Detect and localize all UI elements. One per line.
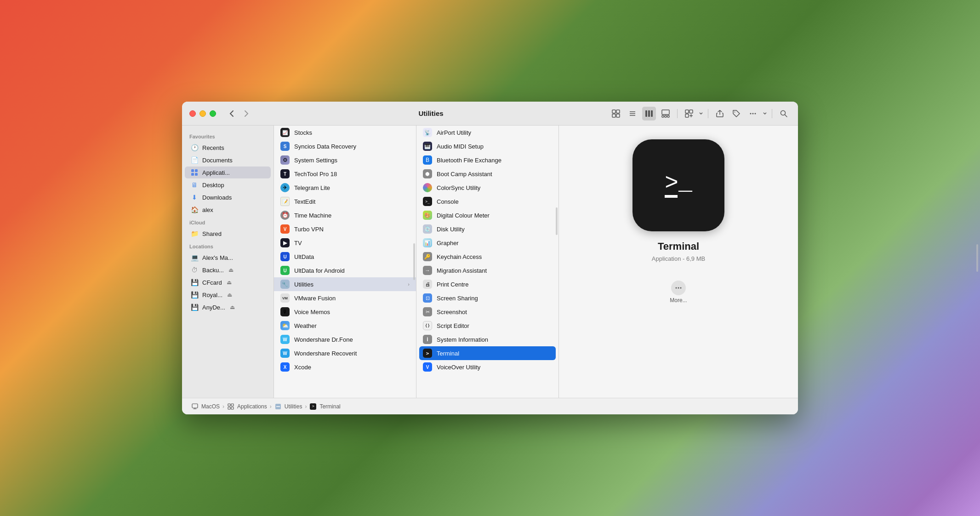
- more-actions-button[interactable]: [746, 107, 760, 120]
- voicememos-label: Voice Memos: [294, 309, 410, 315]
- telegram-icon: ✈: [280, 183, 290, 192]
- techtool-label: TechTool Pro 18: [294, 171, 410, 178]
- breadcrumb-macos[interactable]: MacOS: [191, 403, 220, 410]
- desktop-label: Desktop: [202, 182, 224, 189]
- item-wondershare-recoverit[interactable]: W Wondershare Recoverit: [274, 346, 416, 360]
- item-xcode[interactable]: X Xcode: [274, 360, 416, 374]
- item-console[interactable]: >_ Console: [416, 195, 558, 208]
- documents-label: Documents: [202, 157, 233, 164]
- item-ultdata-android[interactable]: U UltData for Android: [274, 264, 416, 277]
- traffic-lights: [189, 110, 216, 117]
- svg-rect-2: [612, 114, 615, 117]
- item-system-settings[interactable]: ⚙ System Settings: [274, 153, 416, 167]
- item-terminal[interactable]: > Terminal: [419, 346, 556, 360]
- item-airport[interactable]: 📡 AirPort Utility: [416, 126, 558, 139]
- terminal-label: Terminal: [437, 350, 552, 357]
- item-weather[interactable]: ⛅ Weather: [274, 319, 416, 333]
- backup-icon: ⏱: [190, 266, 199, 274]
- item-screenshot[interactable]: ✂ Screenshot: [416, 305, 558, 319]
- downloads-icon: ⬇: [190, 193, 199, 201]
- maximize-button[interactable]: [210, 110, 216, 117]
- share-button[interactable]: [713, 107, 727, 120]
- anyde-eject[interactable]: ⏏: [230, 304, 235, 310]
- preview-pane: >_ Terminal Application - 6,9 MB More...: [559, 126, 798, 398]
- item-keychain[interactable]: 🔑 Keychain Access: [416, 250, 558, 264]
- window-title: Utilities: [253, 109, 609, 117]
- minimize-button[interactable]: [199, 110, 206, 117]
- item-scripteditor[interactable]: {} Script Editor: [416, 319, 558, 333]
- item-techtool[interactable]: T TechTool Pro 18: [274, 167, 416, 181]
- sidebar-item-documents[interactable]: 📄 Documents: [185, 154, 271, 166]
- item-bluetooth[interactable]: B Bluetooth File Exchange: [416, 153, 558, 167]
- sidebar-item-shared[interactable]: 📁 Shared: [185, 228, 271, 240]
- sidebar-item-alexsma[interactable]: 💻 Alex's Ma...: [185, 252, 271, 264]
- item-tv[interactable]: ▶ TV: [274, 236, 416, 250]
- item-timemachine[interactable]: ⏰ Time Machine: [274, 208, 416, 222]
- breadcrumb-utilities[interactable]: Utilities: [274, 403, 302, 410]
- sidebar-item-alex[interactable]: 🏠 alex: [185, 204, 271, 216]
- item-systeminfo[interactable]: i System Information: [416, 333, 558, 346]
- royal-eject[interactable]: ⏏: [227, 292, 232, 298]
- terminal-icon: >: [423, 349, 432, 358]
- search-button[interactable]: [777, 107, 791, 120]
- view-icon-button[interactable]: [609, 107, 623, 120]
- item-turbovpn[interactable]: V Turbo VPN: [274, 222, 416, 236]
- xcode-icon: X: [280, 362, 290, 372]
- group-button[interactable]: [682, 107, 696, 120]
- view-gallery-button[interactable]: [659, 107, 672, 120]
- scripteditor-icon: {}: [423, 321, 432, 330]
- sidebar-item-desktop[interactable]: 🖥 Desktop: [185, 179, 271, 191]
- item-colorsync[interactable]: ColorSync Utility: [416, 181, 558, 195]
- item-telegram[interactable]: ✈ Telegram Lite: [274, 181, 416, 195]
- sidebar-item-anyde[interactable]: 💾 AnyDe... ⏏: [185, 301, 271, 313]
- item-screensharing[interactable]: ⊡ Screen Sharing: [416, 291, 558, 305]
- sidebar-item-cfcard[interactable]: 💾 CFcard ⏏: [185, 276, 271, 288]
- item-utilities[interactable]: 🔧 Utilities ›: [274, 277, 416, 291]
- item-diskutility[interactable]: 💿 Disk Utility: [416, 222, 558, 236]
- main-content: Favourites 🕐 Recents 📄 Documents Applica…: [182, 126, 798, 398]
- tag-button[interactable]: [729, 107, 743, 120]
- sidebar-item-backup[interactable]: ⏱ Backu... ⏏: [185, 264, 271, 276]
- backup-eject[interactable]: ⏏: [228, 267, 234, 273]
- item-grapher[interactable]: 📊 Grapher: [416, 236, 558, 250]
- item-vmware[interactable]: VM VMware Fusion: [274, 291, 416, 305]
- sidebar-item-recents[interactable]: 🕐 Recents: [185, 142, 271, 154]
- item-ultdata[interactable]: U UltData: [274, 250, 416, 264]
- item-stocks[interactable]: 📈 Stocks: [274, 126, 416, 139]
- voicememos-icon: 🎙: [280, 307, 290, 316]
- keychain-icon: 🔑: [423, 252, 432, 261]
- sidebar-item-downloads[interactable]: ⬇ Downloads: [185, 191, 271, 203]
- weather-icon: ⛅: [280, 321, 290, 330]
- view-list-button[interactable]: [626, 107, 639, 120]
- item-syncios[interactable]: S Syncios Data Recovery: [274, 139, 416, 153]
- item-migration[interactable]: → Migration Assistant: [416, 264, 558, 277]
- ultdata-label: UltData: [294, 253, 410, 260]
- voiceover-icon: V: [423, 362, 432, 372]
- close-button[interactable]: [189, 110, 196, 117]
- terminal-preview-icon: >_: [632, 139, 724, 231]
- svg-point-27: [676, 287, 677, 289]
- back-button[interactable]: [225, 107, 238, 120]
- timemachine-icon: ⏰: [280, 211, 290, 220]
- item-digitalcolour[interactable]: 🎨 Digital Colour Meter: [416, 208, 558, 222]
- item-printcentre[interactable]: 🖨 Print Centre: [416, 277, 558, 291]
- view-columns-button[interactable]: [642, 107, 656, 120]
- more-button[interactable]: More...: [670, 281, 687, 304]
- recents-label: Recents: [202, 144, 224, 151]
- shared-icon: 📁: [190, 229, 199, 238]
- sidebar-item-royal[interactable]: 💾 Royal... ⏏: [185, 289, 271, 301]
- royal-label: Royal...: [202, 292, 222, 298]
- finder-window: Utilities: [182, 102, 798, 414]
- item-bootcamp[interactable]: ⬢ Boot Camp Assistant: [416, 167, 558, 181]
- item-wondershare-drfone[interactable]: W Wondershare Dr.Fone: [274, 333, 416, 346]
- sidebar-item-applications[interactable]: Applicati...: [185, 166, 271, 178]
- forward-button[interactable]: [240, 107, 253, 120]
- item-voiceover[interactable]: V VoiceOver Utility: [416, 360, 558, 374]
- cfcard-eject[interactable]: ⏏: [227, 279, 232, 286]
- breadcrumb-terminal[interactable]: > Terminal: [309, 403, 340, 410]
- breadcrumb-applications[interactable]: Applications: [227, 403, 267, 410]
- item-voicememos[interactable]: 🎙 Voice Memos: [274, 305, 416, 319]
- scripteditor-label: Script Editor: [437, 322, 552, 329]
- item-textedit[interactable]: 📝 TextEdit: [274, 195, 416, 208]
- item-audiomidi[interactable]: 🎹 Audio MIDI Setup: [416, 139, 558, 153]
